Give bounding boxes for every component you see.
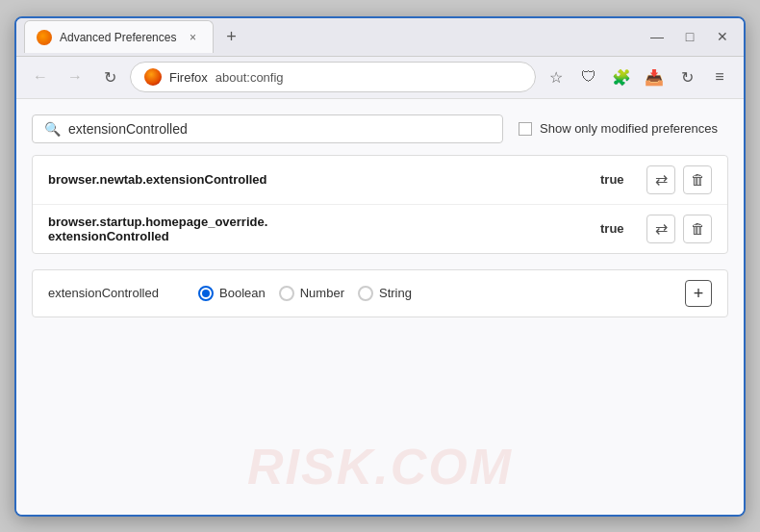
swap-icon: ⇄ [655, 219, 668, 238]
radio-boolean-circle[interactable] [198, 286, 214, 301]
firefox-favicon-icon [37, 30, 52, 45]
pref-name-2: browser.startup.homepage_override. exten… [48, 215, 589, 243]
search-input[interactable] [68, 121, 491, 137]
trash-icon: 🗑 [691, 171, 705, 188]
tab-title: Advanced Preferences [60, 31, 176, 44]
radio-number[interactable]: Number [279, 286, 344, 301]
table-row: browser.startup.homepage_override. exten… [33, 205, 727, 253]
shield-button[interactable]: 🛡 [574, 63, 603, 91]
swap-icon: ⇄ [655, 170, 668, 189]
menu-icon: ≡ [715, 68, 723, 86]
radio-boolean[interactable]: Boolean [198, 286, 266, 301]
sync-icon: ↻ [681, 68, 694, 87]
tab-close-button[interactable]: × [184, 29, 201, 46]
active-tab[interactable]: Advanced Preferences × [24, 20, 214, 53]
firefox-logo-icon [144, 68, 162, 86]
star-icon: ☆ [549, 68, 563, 87]
tab-favicon [37, 30, 52, 45]
back-icon: ← [33, 68, 48, 86]
radio-string-circle[interactable] [358, 286, 373, 301]
add-pref-row: extensionControlled Boolean Number Strin… [32, 269, 728, 317]
delete-button-1[interactable]: 🗑 [683, 165, 712, 194]
pref-value-1: true [600, 172, 635, 187]
swap-button-1[interactable]: ⇄ [646, 165, 675, 194]
pref-name-1: browser.newtab.extensionControlled [48, 172, 589, 187]
radio-string[interactable]: String [358, 286, 412, 301]
search-icon: 🔍 [44, 121, 61, 137]
nav-bar: ← → ↻ Firefox about:config ☆ 🛡 🧩 📥 [16, 57, 744, 99]
new-tab-button[interactable]: + [217, 23, 244, 50]
search-row: 🔍 Show only modified preferences [32, 114, 728, 143]
radio-boolean-label: Boolean [219, 286, 266, 300]
swap-button-2[interactable]: ⇄ [646, 215, 675, 243]
type-radio-group: Boolean Number String [198, 286, 670, 301]
forward-icon: → [67, 68, 83, 86]
shield-icon: 🛡 [581, 68, 596, 86]
title-bar: Advanced Preferences × + — □ ✕ [16, 18, 744, 57]
search-box[interactable]: 🔍 [32, 114, 503, 143]
content-area: RISK.COM 🔍 Show only modified preference… [16, 99, 744, 515]
pocket-icon: 📥 [645, 68, 664, 87]
add-pref-name: extensionControlled [48, 286, 183, 300]
browser-name-label: Firefox [169, 70, 208, 85]
reload-icon: ↻ [104, 68, 116, 87]
row-1-actions: ⇄ 🗑 [646, 165, 712, 194]
extension-icon: 🧩 [612, 68, 631, 87]
delete-button-2[interactable]: 🗑 [683, 215, 712, 243]
add-pref-button[interactable]: + [685, 280, 712, 307]
tab-strip: Advanced Preferences × + [24, 20, 636, 53]
maximize-button[interactable]: □ [676, 23, 703, 50]
window-controls: — □ ✕ [644, 23, 736, 50]
trash-icon: 🗑 [691, 220, 705, 237]
show-modified-label: Show only modified preferences [540, 121, 718, 136]
minimize-button[interactable]: — [644, 23, 671, 50]
sync-button[interactable]: ↻ [672, 63, 701, 91]
bookmark-star-button[interactable]: ☆ [542, 63, 570, 91]
back-button[interactable]: ← [26, 63, 55, 91]
browser-window: Advanced Preferences × + — □ ✕ ← → ↻ Fir… [14, 16, 746, 517]
radio-string-label: String [379, 286, 412, 300]
row-2-actions: ⇄ 🗑 [646, 215, 712, 243]
results-table: browser.newtab.extensionControlled true … [32, 155, 728, 254]
menu-button[interactable]: ≡ [705, 63, 734, 91]
nav-icons: ☆ 🛡 🧩 📥 ↻ ≡ [542, 63, 734, 91]
table-row: browser.newtab.extensionControlled true … [33, 156, 727, 205]
pref-value-2: true [600, 221, 635, 236]
radio-number-circle[interactable] [279, 286, 294, 301]
address-bar[interactable]: Firefox about:config [130, 62, 536, 92]
forward-button[interactable]: → [61, 63, 89, 91]
pocket-button[interactable]: 📥 [640, 63, 669, 91]
url-display[interactable]: about:config [215, 70, 521, 85]
extension-button[interactable]: 🧩 [607, 63, 636, 91]
close-button[interactable]: ✕ [709, 23, 736, 50]
reload-button[interactable]: ↻ [95, 63, 124, 91]
show-modified-checkbox[interactable] [519, 122, 532, 136]
radio-number-label: Number [300, 286, 344, 300]
watermark: RISK.COM [247, 438, 513, 495]
show-modified-row: Show only modified preferences [519, 121, 718, 136]
